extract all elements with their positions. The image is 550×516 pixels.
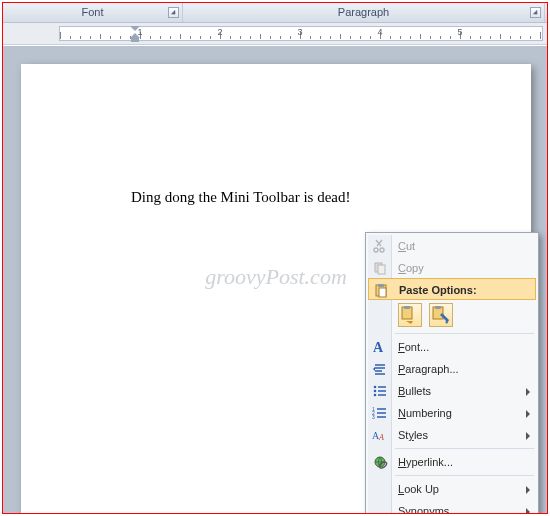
menu-item-copy: Copy [368,257,536,279]
menu-item-label: Paragraph... [398,363,459,375]
menu-item-label: Bullets [398,385,431,397]
document-body-text[interactable]: Ding dong the Mini Toolbar is dead! [131,189,350,206]
menu-separator [395,475,534,476]
context-menu: Cut Copy Paste Options: [365,232,539,513]
ruler-number: 3 [297,27,302,37]
menu-item-hyperlink[interactable]: Hyperlink... [368,451,536,473]
ribbon-group-paragraph-label: Paragraph [338,6,389,18]
submenu-arrow-icon [526,508,530,513]
paste-keep-source-button[interactable] [398,303,422,327]
svg-text:A: A [378,433,384,442]
submenu-arrow-icon [526,388,530,396]
menu-item-bullets[interactable]: Bullets [368,380,536,402]
document-page[interactable]: Ding dong the Mini Toolbar is dead! groo… [21,64,531,513]
menu-item-font[interactable]: A Font... [368,336,536,358]
document-workspace: Ding dong the Mini Toolbar is dead! groo… [3,46,547,513]
paragraph-icon [372,361,388,377]
numbering-icon: 123 [372,405,388,421]
svg-rect-6 [379,288,386,297]
submenu-arrow-icon [526,432,530,440]
paste-icon [373,282,389,298]
menu-item-label: Numbering [398,407,452,419]
ribbon-group-font: Font [3,3,183,22]
paragraph-dialog-launcher-icon[interactable] [530,7,541,18]
menu-item-label: Synonyms [398,505,449,513]
paste-options-row [368,299,536,331]
menu-separator [395,448,534,449]
menu-item-label: Look Up [398,483,439,495]
font-icon: A [372,339,388,355]
ruler-number: 5 [457,27,462,37]
menu-item-label: Cut [398,240,415,252]
ruler-number: 4 [377,27,382,37]
copy-icon [372,260,388,276]
menu-item-label: Styles [398,429,428,441]
watermark-text: groovyPost.com [205,264,347,290]
menu-item-label: Font... [398,341,429,353]
menu-item-styles[interactable]: AA Styles [368,424,536,446]
svg-rect-10 [435,306,441,309]
menu-item-paste-options[interactable]: Paste Options: [368,278,536,300]
menu-item-paragraph[interactable]: Paragraph... [368,358,536,380]
svg-point-0 [374,248,378,252]
paste-text-only-button[interactable] [429,303,453,327]
submenu-arrow-icon [526,410,530,418]
ribbon-group-font-label: Font [81,6,103,18]
menu-separator [395,333,534,334]
hyperlink-icon [372,454,388,470]
menu-item-label: Paste Options: [399,284,477,296]
submenu-arrow-icon [526,486,530,494]
cut-icon [372,238,388,254]
ribbon-group-labels: Font Paragraph [3,3,547,23]
menu-item-look-up[interactable]: Look Up [368,478,536,500]
svg-text:A: A [373,340,384,355]
screenshot-frame: Font Paragraph 12345 Ding dong the Mini … [2,2,548,514]
styles-icon: AA [372,427,388,443]
svg-rect-5 [378,284,384,287]
font-dialog-launcher-icon[interactable] [168,7,179,18]
menu-item-numbering[interactable]: 123 Numbering [368,402,536,424]
svg-point-12 [374,386,377,389]
ruler-number: 2 [217,27,222,37]
svg-rect-3 [378,265,385,274]
svg-text:3: 3 [372,414,375,420]
horizontal-ruler[interactable]: 12345 [3,23,547,45]
menu-item-cut: Cut [368,235,536,257]
menu-item-synonyms[interactable]: Synonyms [368,500,536,513]
indent-markers-icon[interactable] [135,26,140,42]
menu-item-label: Copy [398,262,424,274]
svg-point-13 [374,390,377,393]
svg-point-14 [374,394,377,397]
menu-item-label: Hyperlink... [398,456,453,468]
bullets-icon [372,383,388,399]
svg-point-1 [380,248,384,252]
svg-rect-8 [404,306,410,309]
ribbon-group-paragraph: Paragraph [183,3,545,22]
